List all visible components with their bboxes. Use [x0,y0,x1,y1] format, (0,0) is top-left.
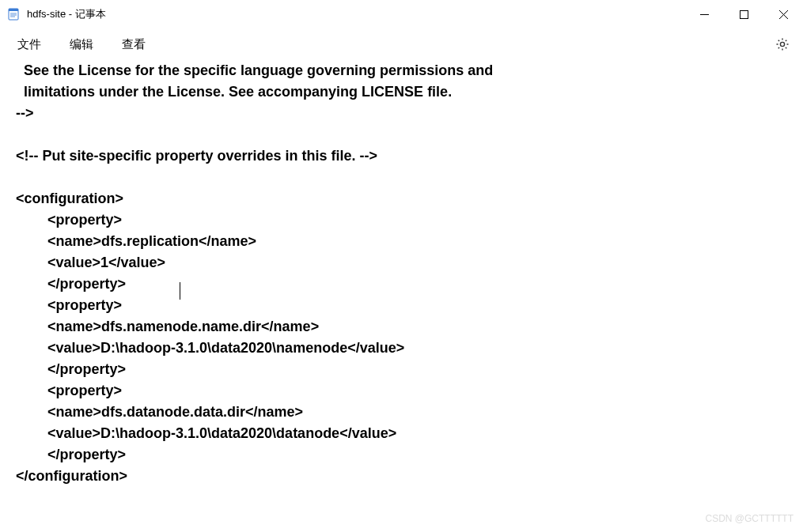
watermark: CSDN @GCTTTTTT [706,513,794,524]
text-editor[interactable]: See the License for the specific languag… [0,60,803,508]
menu-file[interactable]: 文件 [13,34,46,55]
menu-edit[interactable]: 编辑 [65,34,98,55]
titlebar-left: hdfs-site - 记事本 [6,7,106,21]
gear-icon[interactable] [775,36,790,52]
minimize-button[interactable] [684,0,724,28]
svg-rect-1 [9,9,18,11]
notepad-icon [6,7,21,21]
titlebar: hdfs-site - 记事本 [0,0,803,28]
text-cursor [180,282,180,300]
close-button[interactable] [763,0,803,28]
window-controls [684,0,803,28]
editor-content: See the License for the specific languag… [16,62,493,484]
window-title: hdfs-site - 记事本 [27,7,106,21]
svg-rect-6 [740,10,748,18]
menubar: 文件 编辑 查看 [0,28,803,60]
menu-view[interactable]: 查看 [117,34,150,55]
svg-point-9 [780,42,784,46]
maximize-button[interactable] [724,0,763,28]
